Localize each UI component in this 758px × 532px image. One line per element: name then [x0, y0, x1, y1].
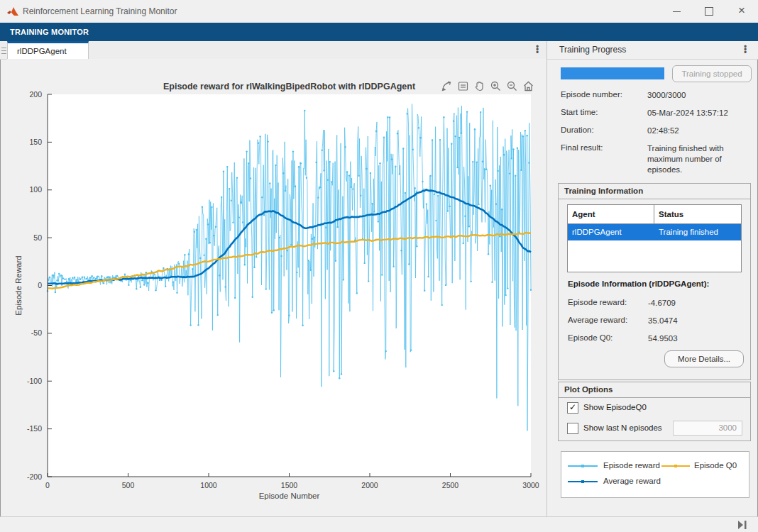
- episode-q0-label: Episode Q0:: [568, 333, 613, 342]
- svg-text:0: 0: [45, 481, 50, 489]
- axes-toolbar: [440, 79, 535, 93]
- average-reward-value: 35.0474: [648, 316, 753, 326]
- toolstrip: TRAINING MONITOR: [0, 23, 758, 41]
- maximize-icon: [705, 7, 713, 16]
- svg-text:-50: -50: [31, 328, 42, 337]
- close-button[interactable]: ×: [725, 0, 758, 23]
- svg-text:Episode Reward: Episode Reward: [14, 255, 23, 315]
- duration-label: Duration:: [561, 126, 594, 134]
- start-time-label: Start time:: [561, 108, 598, 116]
- tab-rlddpgagent[interactable]: rlDDPGAgent: [7, 41, 89, 59]
- legend-marker-episode-reward: [581, 465, 584, 467]
- svg-text:2000: 2000: [361, 481, 378, 489]
- datatips-icon[interactable]: [456, 79, 470, 93]
- zoom-out-icon[interactable]: [505, 79, 519, 93]
- matlab-logo-icon: [7, 6, 18, 16]
- svg-text:150: 150: [29, 138, 42, 146]
- maximize-button[interactable]: [693, 0, 725, 23]
- legend-marker-episode-q0: [674, 465, 677, 467]
- show-last-n-checkbox[interactable]: [567, 423, 578, 434]
- drag-grip-icon[interactable]: [1, 45, 6, 56]
- training-progress-title: Training Progress: [559, 41, 626, 59]
- legend-marker-average-reward: [581, 480, 584, 483]
- show-episodeq0-checkbox[interactable]: ✓: [567, 402, 578, 414]
- pan-icon[interactable]: [473, 79, 486, 93]
- minimize-button[interactable]: [660, 0, 693, 23]
- legend-label-average-reward: Average reward: [603, 477, 661, 485]
- panel-options-kebab-icon[interactable]: •••: [740, 43, 750, 59]
- svg-text:500: 500: [122, 481, 135, 489]
- collapse-right-icon[interactable]: [737, 520, 748, 530]
- panel-divider: [546, 41, 547, 516]
- export-icon[interactable]: [440, 79, 454, 93]
- svg-text:1000: 1000: [200, 481, 217, 489]
- legend-label-episode-q0: Episode Q0: [694, 461, 737, 470]
- agent-status-table: Agent Status rlDDPGAgent Training finish…: [567, 204, 742, 272]
- svg-text:0: 0: [38, 281, 42, 289]
- svg-text:-150: -150: [27, 424, 42, 433]
- svg-text:-100: -100: [27, 377, 42, 385]
- average-reward-label: Average reward:: [568, 316, 627, 324]
- window-title: Reinforcement Learning Training Monitor: [23, 0, 177, 23]
- training-information-header: Training Information: [559, 184, 750, 199]
- plot-options-header: Plot Options: [559, 382, 750, 398]
- training-progress-header-bar: Training Progress •••: [547, 41, 758, 60]
- svg-text:2500: 2500: [442, 481, 459, 489]
- episode-number-value: 3000/3000: [647, 90, 752, 101]
- training-progress-bar: [561, 67, 664, 79]
- reward-chart[interactable]: 050010001500200025003000-200-150-100-500…: [7, 59, 546, 516]
- zoom-in-icon[interactable]: [489, 79, 502, 93]
- svg-text:Episode reward for rlWalkingBi: Episode reward for rlWalkingBipedRobot w…: [163, 82, 416, 92]
- toolstrip-tab-training-monitor[interactable]: TRAINING MONITOR: [10, 23, 89, 41]
- duration-value: 02:48:52: [647, 126, 752, 136]
- progress-fill: [561, 67, 664, 79]
- app-window: Reinforcement Learning Training Monitor …: [0, 0, 758, 532]
- training-stopped-button[interactable]: Training stopped: [672, 65, 752, 82]
- svg-text:3000: 3000: [522, 481, 539, 489]
- start-time-value: 05-Mar-2024 13:57:12: [647, 108, 752, 118]
- agent-cell: rlDDPGAgent: [568, 224, 654, 240]
- document-tab-bar: rlDDPGAgent •••: [0, 41, 546, 60]
- final-result-value: Training finished with maximum number of…: [647, 143, 752, 175]
- show-episodeq0-label[interactable]: Show EpisodeQ0: [583, 403, 647, 411]
- svg-text:Episode Number: Episode Number: [259, 492, 320, 500]
- episode-information-header: Episode Information (rlDDPGAgent):: [568, 279, 709, 288]
- chart-legend: [561, 451, 749, 498]
- status-column-header: Status: [654, 205, 741, 223]
- episode-q0-value: 54.9503: [648, 333, 753, 344]
- episode-reward-value: -4.6709: [648, 298, 753, 309]
- agent-column-header: Agent: [568, 205, 654, 223]
- svg-text:100: 100: [29, 185, 42, 194]
- svg-text:200: 200: [29, 90, 42, 99]
- reward-chart-canvas[interactable]: 050010001500200025003000-200-150-100-500…: [7, 59, 546, 516]
- svg-text:-200: -200: [27, 472, 42, 481]
- episode-reward-label: Episode reward:: [568, 298, 627, 306]
- table-row[interactable]: rlDDPGAgent Training finished: [568, 224, 741, 240]
- title-bar: Reinforcement Learning Training Monitor …: [0, 0, 758, 23]
- status-cell: Training finished: [654, 224, 741, 240]
- restore-view-icon[interactable]: [522, 79, 535, 93]
- more-details-button[interactable]: More Details...: [664, 350, 744, 367]
- tab-options-kebab-icon[interactable]: •••: [532, 43, 542, 59]
- close-icon: ×: [738, 4, 745, 17]
- legend-label-episode-reward: Episode reward: [603, 461, 660, 470]
- svg-text:50: 50: [33, 233, 42, 242]
- svg-text:1500: 1500: [281, 481, 298, 489]
- status-bar: [0, 516, 758, 532]
- last-n-episodes-input[interactable]: 3000: [673, 421, 742, 436]
- table-header-row: Agent Status: [568, 205, 741, 224]
- final-result-label: Final result:: [561, 143, 603, 152]
- show-last-n-label[interactable]: Show last N episodes: [583, 423, 662, 432]
- minimize-icon: [673, 11, 681, 12]
- episode-number-label: Episode number:: [561, 90, 622, 99]
